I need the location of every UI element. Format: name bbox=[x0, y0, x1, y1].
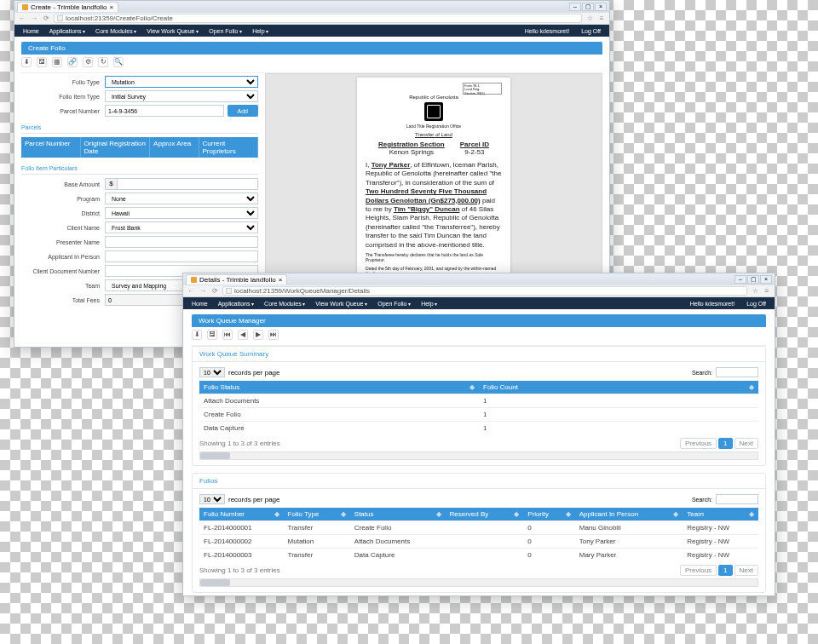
add-button[interactable]: Add bbox=[228, 105, 258, 117]
folios-search-input[interactable] bbox=[716, 494, 758, 504]
input-presenter-name[interactable] bbox=[105, 236, 258, 248]
table-row[interactable]: Attach Documents1 bbox=[199, 394, 758, 408]
tab-close-icon[interactable]: × bbox=[279, 276, 283, 284]
tool-save-icon[interactable]: 🖫 bbox=[207, 330, 217, 340]
forward-button[interactable]: → bbox=[199, 287, 207, 296]
window-work-queue: Details - Trimble landfolio × – ▢ × ← → … bbox=[182, 273, 775, 596]
maximize-button[interactable]: ▢ bbox=[582, 3, 594, 11]
input-parcel-number[interactable] bbox=[105, 105, 224, 117]
tool-prev-icon[interactable]: ◀ bbox=[238, 330, 248, 340]
bookmark-icon[interactable]: ☆ bbox=[751, 287, 759, 296]
input-applicant-in-person[interactable] bbox=[105, 250, 258, 262]
nav-applications[interactable]: Applications bbox=[46, 28, 89, 34]
nav-home[interactable]: Home bbox=[20, 28, 43, 34]
nav-open-folio[interactable]: Open Folio bbox=[374, 301, 414, 307]
back-button[interactable]: ← bbox=[187, 287, 195, 296]
nav-core-modules[interactable]: Core Modules bbox=[261, 301, 308, 307]
nav-help[interactable]: Help bbox=[418, 301, 441, 307]
tool-last-icon[interactable]: ⏭ bbox=[268, 330, 279, 340]
tool-search-icon[interactable]: 🔍 bbox=[113, 57, 124, 67]
close-button[interactable]: × bbox=[595, 3, 607, 11]
select-client-name[interactable]: Frost Bank bbox=[105, 221, 258, 233]
tool-download-icon[interactable]: ⬇ bbox=[192, 330, 202, 340]
col-folio-status[interactable]: Folio Status◆ bbox=[199, 381, 479, 394]
col-status[interactable]: Status◆ bbox=[350, 508, 446, 521]
folios-scrollbar[interactable] bbox=[199, 578, 758, 587]
select-program[interactable]: None bbox=[105, 193, 258, 204]
tool-grid-icon[interactable]: ▦ bbox=[52, 57, 62, 67]
col-applicant-in-person[interactable]: Applicant In Person◆ bbox=[575, 508, 683, 521]
next-button[interactable]: Next bbox=[734, 565, 758, 576]
cell: Create Folio bbox=[350, 521, 446, 535]
folios-perpage[interactable]: 10 bbox=[199, 494, 225, 504]
input-base-amount[interactable] bbox=[117, 178, 258, 190]
summary-perpage[interactable]: 10 bbox=[199, 367, 225, 377]
table-row[interactable]: Data Capture1 bbox=[199, 422, 758, 435]
col-folio-count[interactable]: Folio Count◆ bbox=[479, 381, 758, 394]
table-row[interactable]: FL-2014000003TransferData Capture0Mary P… bbox=[199, 549, 758, 562]
minimize-button[interactable]: – bbox=[734, 275, 746, 284]
prev-button[interactable]: Previous bbox=[680, 565, 717, 576]
summary-scrollbar[interactable] bbox=[199, 451, 758, 460]
nav-home[interactable]: Home bbox=[188, 301, 211, 307]
parcels-title: Parcels bbox=[21, 122, 258, 134]
table-row[interactable]: Create Folio1 bbox=[199, 408, 758, 422]
tool-refresh-icon[interactable]: ↻ bbox=[98, 57, 108, 67]
col-reserved-by[interactable]: Reserved By◆ bbox=[446, 508, 524, 521]
cell: 0 bbox=[523, 521, 575, 535]
summary-search-input[interactable] bbox=[716, 367, 758, 377]
col-parcel-number[interactable]: Parcel Number bbox=[21, 137, 81, 158]
logoff-link[interactable]: Log Off bbox=[743, 301, 769, 307]
tool-first-icon[interactable]: ⏮ bbox=[222, 330, 233, 340]
nav-help[interactable]: Help bbox=[249, 28, 272, 34]
prev-button[interactable]: Previous bbox=[680, 438, 717, 449]
perpage-label: records per page bbox=[228, 496, 279, 503]
page-1[interactable]: 1 bbox=[718, 565, 732, 576]
tool-next-icon[interactable]: ▶ bbox=[253, 330, 263, 340]
url-field[interactable]: localhost:21359/CreateFolio/Create bbox=[54, 14, 582, 23]
close-button[interactable]: × bbox=[760, 275, 772, 284]
bookmark-icon[interactable]: ☆ bbox=[585, 14, 594, 23]
cell: 0 bbox=[523, 549, 575, 562]
forward-button[interactable]: → bbox=[30, 14, 38, 23]
tab-close-icon[interactable]: × bbox=[109, 3, 113, 11]
tool-save-icon[interactable]: 🖫 bbox=[37, 57, 47, 67]
minimize-button[interactable]: – bbox=[569, 3, 581, 11]
hello-user[interactable]: Hello kdesmoret! bbox=[687, 301, 739, 307]
col-priority[interactable]: Priority◆ bbox=[523, 508, 575, 521]
col-folio-type[interactable]: Folio Type◆ bbox=[284, 508, 350, 521]
next-button[interactable]: Next bbox=[734, 438, 758, 449]
reload-button[interactable]: ⟳ bbox=[42, 14, 50, 23]
table-row[interactable]: FL-2014000001TransferCreate Folio0Manu G… bbox=[199, 521, 758, 535]
nav-work-queue[interactable]: View Work Queue bbox=[143, 28, 202, 34]
select-district[interactable]: Hawaii bbox=[105, 207, 258, 219]
col-team[interactable]: Team◆ bbox=[683, 508, 758, 521]
hello-user[interactable]: Hello kdesmoret! bbox=[521, 28, 573, 34]
logoff-link[interactable]: Log Off bbox=[578, 28, 604, 34]
tool-link-icon[interactable]: 🔗 bbox=[67, 57, 78, 67]
menu-icon[interactable]: ≡ bbox=[597, 14, 606, 23]
nav-work-queue[interactable]: View Work Queue bbox=[312, 301, 371, 307]
col-approx-area[interactable]: Approx Area bbox=[150, 137, 199, 158]
select-folio-item[interactable]: Initial Survey bbox=[105, 90, 258, 102]
reload-button[interactable]: ⟳ bbox=[210, 287, 219, 296]
url-field[interactable]: localhost:21359/WorkQueueManager/Details bbox=[222, 286, 747, 296]
browser-tab[interactable]: Details - Trimble landfolio × bbox=[186, 274, 287, 285]
col-folio-number[interactable]: Folio Number◆ bbox=[199, 508, 284, 521]
nav-core-modules[interactable]: Core Modules bbox=[92, 28, 140, 34]
col-orig-reg-date[interactable]: Original Registration Date bbox=[81, 137, 151, 158]
col-proprietors[interactable]: Current Proprietors bbox=[199, 137, 259, 158]
back-button[interactable]: ← bbox=[18, 14, 26, 23]
page-1[interactable]: 1 bbox=[718, 438, 732, 449]
table-row[interactable]: FL-2014000002MutationAttach Documents0To… bbox=[199, 535, 758, 549]
tool-download-icon[interactable]: ⬇ bbox=[21, 57, 32, 67]
maximize-button[interactable]: ▢ bbox=[747, 275, 759, 284]
menu-icon[interactable]: ≡ bbox=[763, 287, 771, 296]
folios-title: Folios bbox=[193, 474, 765, 489]
nav-open-folio[interactable]: Open Folio bbox=[205, 28, 245, 34]
select-folio-type[interactable]: Mutation bbox=[105, 76, 258, 88]
cell bbox=[446, 521, 524, 535]
nav-applications[interactable]: Applications bbox=[215, 301, 257, 307]
tool-gear-icon[interactable]: ⚙ bbox=[83, 57, 93, 67]
browser-tab[interactable]: Create - Trimble landfolio × bbox=[17, 2, 118, 12]
